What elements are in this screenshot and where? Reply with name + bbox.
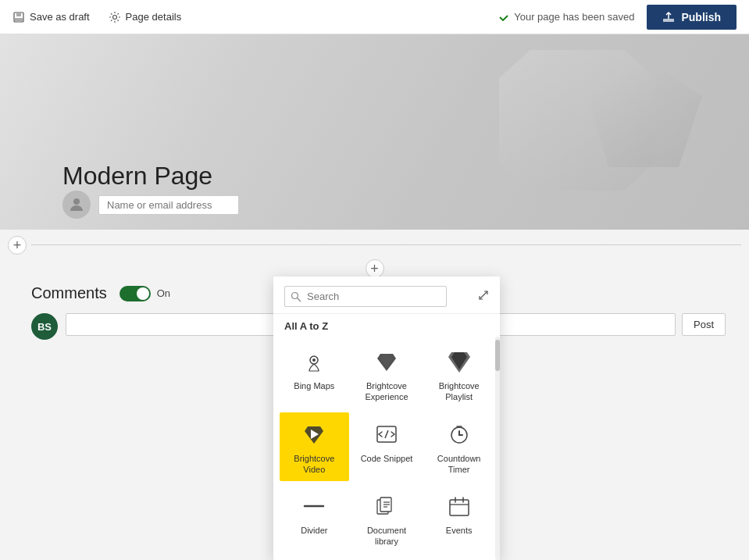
code-snippet-icon <box>373 420 401 448</box>
section-divider <box>31 244 741 245</box>
countdown-timer-label: Countdown Timer <box>429 453 489 476</box>
picker-scrollbar[interactable] <box>495 337 500 560</box>
picker-item-events[interactable]: Events <box>424 484 494 554</box>
top-bar: Save as draft Page details Your page has… <box>0 0 749 34</box>
publish-label: Publish <box>681 11 721 23</box>
picker-item-bing-maps[interactable]: Bing Maps <box>280 340 349 409</box>
picker-item-brightcove-video[interactable]: Brightcove Video <box>280 412 349 482</box>
picker-search-wrap <box>284 286 472 307</box>
author-name-input[interactable] <box>98 195 239 215</box>
svg-marker-13 <box>380 354 393 368</box>
top-bar-left: Save as draft Page details <box>12 11 181 23</box>
add-section-left-button[interactable]: + <box>8 236 27 255</box>
countdown-timer-icon <box>445 420 473 448</box>
check-icon <box>498 12 509 23</box>
svg-point-5 <box>73 198 80 205</box>
brightcove-exp-icon <box>373 348 401 376</box>
picker-scrollbar-thumb <box>495 340 500 371</box>
commenter-avatar: BS <box>31 313 58 340</box>
commenter-initials: BS <box>37 321 52 333</box>
bing-maps-icon <box>300 348 328 376</box>
comments-toggle-label: On <box>157 287 170 299</box>
document-library-icon <box>373 492 401 520</box>
svg-rect-1 <box>16 12 21 16</box>
picker-item-brightcove-playlist[interactable]: Brightcove Playlist <box>424 340 494 409</box>
saved-message: Your page has been saved <box>498 11 634 23</box>
page-details-button[interactable]: Page details <box>109 11 182 23</box>
events-label: Events <box>446 525 473 536</box>
save-draft-icon <box>12 11 25 23</box>
save-draft-button[interactable]: Save as draft <box>12 11 90 23</box>
save-draft-label: Save as draft <box>30 11 90 23</box>
svg-line-9 <box>483 291 487 295</box>
top-bar-right: Your page has been saved Publish <box>498 5 737 30</box>
brightcove-video-label: Brightcove Video <box>284 453 344 476</box>
page-details-label: Page details <box>126 11 182 23</box>
comments-toggle-wrap: On <box>119 286 170 301</box>
page-title: Modern Page <box>62 162 212 191</box>
picker-header <box>273 276 500 314</box>
bing-maps-label: Bing Maps <box>294 380 334 391</box>
picker-item-countdown-timer[interactable]: Countdown Timer <box>424 412 494 482</box>
publish-icon <box>662 11 675 23</box>
picker-item-divider[interactable]: Divider <box>280 484 349 554</box>
picker-grid: Bing Maps Brightcove Experience <box>273 337 500 560</box>
saved-text: Your page has been saved <box>514 11 634 23</box>
person-icon <box>67 195 86 214</box>
svg-point-3 <box>112 15 116 19</box>
brightcove-playlist-label: Brightcove Playlist <box>429 380 489 403</box>
svg-rect-4 <box>663 19 674 22</box>
picker-expand-icon[interactable] <box>478 290 489 303</box>
picker-item-code-snippet[interactable]: Code Snippet <box>352 412 422 482</box>
comments-title: Comments <box>31 284 107 302</box>
picker-item-brightcove-exp[interactable]: Brightcove Experience <box>352 340 422 409</box>
hero-section: Modern Page <box>0 34 749 230</box>
code-snippet-label: Code Snippet <box>361 453 413 464</box>
picker-section-label: All A to Z <box>273 314 500 337</box>
picker-item-document-library[interactable]: Document library <box>352 484 422 554</box>
brightcove-video-icon <box>300 420 328 448</box>
picker-search-input[interactable] <box>284 286 447 307</box>
gear-icon <box>109 11 121 23</box>
comments-toggle[interactable] <box>119 286 151 301</box>
hero-author-row <box>62 191 239 219</box>
svg-point-11 <box>312 358 316 362</box>
events-icon <box>445 492 473 520</box>
post-button[interactable]: Post <box>682 313 726 336</box>
webpart-picker: All A to Z Bing Maps <box>273 276 500 560</box>
page-area: Modern Page + + Comments On <box>0 34 749 560</box>
toggle-knob <box>137 287 149 300</box>
brightcove-playlist-icon <box>445 348 473 376</box>
svg-rect-2 <box>15 18 23 21</box>
divider-icon <box>300 492 328 520</box>
add-webpart-button[interactable]: + <box>366 259 384 278</box>
document-library-label: Document library <box>357 525 417 548</box>
svg-rect-30 <box>450 500 469 515</box>
publish-button[interactable]: Publish <box>647 5 737 30</box>
divider-label: Divider <box>301 525 327 536</box>
author-avatar <box>62 191 91 219</box>
brightcove-exp-label: Brightcove Experience <box>357 380 417 403</box>
svg-line-19 <box>385 430 388 438</box>
svg-line-8 <box>480 295 483 299</box>
